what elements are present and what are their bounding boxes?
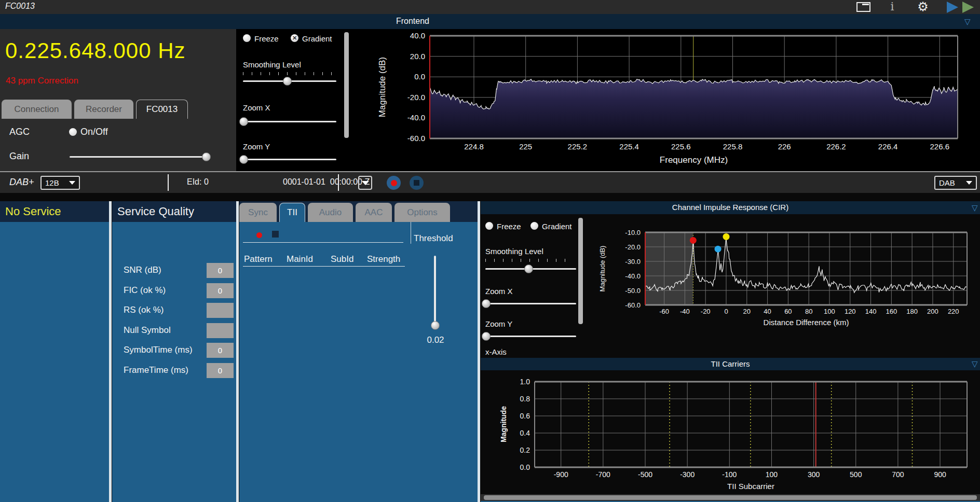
svg-text:-20.0: -20.0 [407, 93, 425, 102]
main-area: No Service Service Quality SNR (dB) 0 FI… [0, 193, 980, 502]
svg-text:200: 200 [927, 308, 938, 315]
tii-carriers-plot: 1.00.80.60.40.20.0-900-700-500-300-10010… [481, 370, 980, 494]
svg-text:226.6: 226.6 [930, 142, 950, 151]
svg-text:-60: -60 [659, 308, 669, 315]
cir-controls-scrollbar[interactable] [578, 218, 583, 324]
spectrum-freeze-label: Freeze [254, 34, 279, 43]
svg-text:225.4: 225.4 [619, 142, 639, 151]
gain-label: Gain [9, 151, 29, 162]
frontend-collapse-icon[interactable]: ▽ [964, 18, 971, 25]
cir-zoom-x-slider-handle[interactable] [482, 299, 491, 308]
spectrum-gradient-radio[interactable]: ✕ [291, 34, 298, 42]
cir-zoom-y-slider-handle[interactable] [482, 332, 491, 341]
sq-value: 0 [207, 283, 234, 298]
play-all-icon[interactable] [962, 2, 974, 13]
tab-tii[interactable]: TII [279, 203, 305, 222]
tab-audio[interactable]: Audio [308, 203, 353, 222]
gain-slider[interactable] [70, 156, 209, 158]
svg-text:-500: -500 [638, 470, 652, 479]
window-icon[interactable] [856, 2, 870, 12]
cir-zoom-y-slider[interactable] [485, 336, 576, 337]
svg-text:226.4: 226.4 [878, 142, 898, 151]
cir-zoom-x-slider[interactable] [485, 303, 576, 304]
standard-select[interactable]: DAB [934, 176, 977, 190]
sq-value [207, 303, 234, 318]
zoom-y-label: Zoom Y [243, 142, 270, 151]
cir-zoom-x-label: Zoom X [485, 287, 513, 296]
stop-icon [414, 180, 419, 186]
cir-header-bar: Channel Impulse Response (CIR) ▽ [481, 201, 980, 214]
tab-recorder[interactable]: Recorder [74, 100, 133, 119]
ppm-correction: 43 ppm Correction [6, 76, 78, 86]
sq-row-fic: FIC (ok %) 0 [124, 283, 234, 298]
svg-text:-40.0: -40.0 [625, 272, 641, 280]
gain-slider-handle[interactable] [202, 152, 211, 161]
titlebar: FC0013 i ⚙ [0, 0, 980, 14]
tab-sync[interactable]: Sync [239, 203, 277, 222]
stop-button[interactable] [410, 176, 424, 190]
svg-text:0.2: 0.2 [520, 446, 530, 454]
cir-gradient-radio[interactable] [530, 222, 538, 230]
svg-text:226.2: 226.2 [826, 142, 846, 151]
channel-select[interactable]: 12B [40, 176, 80, 190]
cir-freeze-label: Freeze [497, 222, 521, 231]
cir-collapse-icon[interactable]: ▽ [972, 204, 978, 212]
svg-text:Distance Difference (km): Distance Difference (km) [764, 318, 849, 327]
frontend-header-bar: Frontend ▽ [0, 14, 980, 29]
ensemble-datetime: 0001-01-01 00:00:00 Z [283, 177, 370, 187]
controls-scrollbar[interactable] [344, 32, 349, 138]
col-subid: SubId [331, 254, 353, 264]
cir-controls-panel: Freeze Gradient Smoothing Level Zoom X Z… [481, 214, 584, 358]
tii-status-red-icon [256, 232, 262, 238]
cir-smoothing-tickmarks [485, 259, 573, 262]
service-quality-panel: SNR (dB) 0 FIC (ok %) 0 RS (ok %) Null S… [112, 222, 236, 502]
svg-text:-40.0: -40.0 [407, 113, 425, 122]
zoom-y-slider[interactable] [243, 159, 336, 160]
smoothing-slider-handle[interactable] [283, 77, 292, 86]
svg-text:20.0: 20.0 [410, 52, 425, 61]
divider [411, 222, 411, 244]
tii-carriers-title: TII Carriers [481, 359, 980, 368]
threshold-label: Threshold [414, 233, 453, 244]
cir-freeze-radio[interactable] [485, 222, 493, 230]
zoom-x-slider-handle[interactable] [239, 117, 248, 126]
recorder-dropdown-button[interactable] [358, 176, 372, 190]
tii-carriers-collapse-icon[interactable]: ▽ [972, 360, 978, 368]
sq-value: 0 [207, 363, 234, 378]
svg-text:60: 60 [784, 308, 792, 315]
service-list-panel[interactable] [0, 222, 109, 502]
zoom-y-slider-handle[interactable] [239, 155, 248, 164]
spectrum-freeze-radio[interactable] [243, 34, 251, 42]
sq-value: 0 [207, 263, 234, 278]
tab-options[interactable]: Options [394, 203, 450, 222]
svg-text:1.0: 1.0 [520, 378, 530, 386]
cir-gradient-label: Gradient [542, 222, 572, 231]
info-icon[interactable]: i [887, 0, 897, 13]
panel-divider [236, 201, 239, 502]
panel-divider [478, 201, 480, 502]
threshold-slider-handle[interactable] [431, 321, 440, 330]
svg-text:0.8: 0.8 [520, 395, 530, 403]
tab-connection[interactable]: Connection [2, 100, 72, 119]
smoothing-tickmarks [243, 72, 332, 75]
sq-label: SymbolTime (ms) [124, 345, 193, 355]
agc-option-label: On/Off [80, 127, 108, 137]
tab-aac[interactable]: AAC [356, 203, 392, 222]
play-icon[interactable] [947, 2, 958, 13]
agc-radio[interactable] [69, 128, 77, 136]
svg-text:500: 500 [850, 470, 862, 479]
svg-text:0.0: 0.0 [520, 463, 530, 471]
svg-text:300: 300 [808, 470, 820, 479]
hscrollbar-track[interactable] [481, 494, 980, 501]
threshold-slider[interactable] [434, 256, 436, 328]
ensemble-id: EId: 0 [187, 177, 209, 187]
spectrum-gradient-label: Gradient [302, 34, 332, 43]
svg-text:-60.0: -60.0 [407, 134, 425, 143]
hscrollbar-thumb[interactable] [484, 495, 977, 500]
cir-smoothing-slider-handle[interactable] [524, 264, 533, 273]
record-button[interactable] [387, 176, 401, 190]
zoom-x-slider[interactable] [243, 121, 336, 122]
tab-fc0013[interactable]: FC0013 [136, 100, 188, 119]
svg-text:-20: -20 [701, 308, 711, 315]
settings-gear-icon[interactable]: ⚙ [916, 0, 930, 14]
